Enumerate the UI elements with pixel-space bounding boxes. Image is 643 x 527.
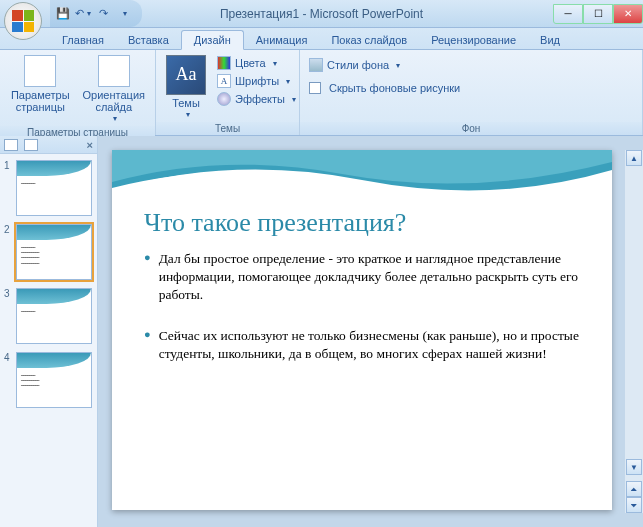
close-button[interactable]: ✕ [613, 4, 643, 24]
themes-label: Темы [172, 97, 200, 109]
quick-access-toolbar: 💾 ↶ ↷ [50, 0, 142, 27]
checkbox-icon [309, 82, 321, 94]
tab-insert[interactable]: Вставка [116, 31, 181, 49]
ribbon: Параметры страницы Ориентация слайда Пар… [0, 50, 643, 136]
bg-styles-icon [309, 58, 323, 72]
office-button[interactable] [4, 2, 42, 40]
slide-body[interactable]: Дал бы простое определение - это краткое… [144, 250, 588, 385]
effects-icon [217, 92, 231, 106]
thumb-item[interactable]: 3 ━━━━━━━ [4, 288, 93, 344]
tab-design[interactable]: Дизайн [181, 30, 244, 50]
qat-customize-button[interactable] [114, 5, 132, 23]
next-slide-button[interactable]: ⏷ [626, 497, 642, 513]
thumb-number: 4 [4, 352, 12, 408]
title-bar: 💾 ↶ ↷ Презентация1 - Microsoft PowerPoin… [0, 0, 643, 28]
orientation-label: Ориентация слайда [83, 89, 145, 113]
bullet-item[interactable]: Сейчас их используют не только бизнесмен… [144, 327, 588, 363]
group-themes: Aa Темы Цвета AШрифты Эффекты Темы [156, 50, 300, 135]
thumb-number: 3 [4, 288, 12, 344]
office-logo-icon [12, 10, 34, 32]
maximize-button[interactable]: ☐ [583, 4, 613, 24]
slide-thumbnail-2[interactable]: ━━━━━━━━━━━━━━━━━━━━━━━━━━━━━━━━━━ [16, 224, 92, 280]
thumbs-header: × [0, 136, 97, 154]
vertical-scrollbar[interactable]: ▲ ▼ ⏶ ⏷ [625, 150, 643, 513]
outline-tab-icon[interactable] [24, 139, 38, 151]
orientation-icon [98, 55, 130, 87]
thumbs-list[interactable]: 1 ━━━━━━━ 2 ━━━━━━━━━━━━━━━━━━━━━━━━━━━━… [0, 154, 97, 527]
slide-orientation-button[interactable]: Ориентация слайда [79, 53, 149, 126]
tab-animation[interactable]: Анимация [244, 31, 320, 49]
themes-button[interactable]: Aa Темы [162, 53, 210, 122]
scroll-up-button[interactable]: ▲ [626, 150, 642, 166]
tab-slideshow[interactable]: Показ слайдов [319, 31, 419, 49]
thumbs-close-button[interactable]: × [87, 139, 93, 151]
bg-styles-label: Стили фона [327, 59, 389, 71]
prev-slide-button[interactable]: ⏶ [626, 481, 642, 497]
minimize-button[interactable]: ─ [553, 4, 583, 24]
background-styles-button[interactable]: Стили фона [306, 57, 403, 73]
thumb-item[interactable]: 4 ━━━━━━━━━━━━━━━━━━━━━━━━━ [4, 352, 93, 408]
scroll-down-button[interactable]: ▼ [626, 459, 642, 475]
effects-label: Эффекты [235, 93, 285, 105]
thumb-item[interactable]: 2 ━━━━━━━━━━━━━━━━━━━━━━━━━━━━━━━━━━ [4, 224, 93, 280]
fonts-label: Шрифты [235, 75, 279, 87]
slide-title[interactable]: Что такое презентация? [144, 208, 406, 238]
themes-icon: Aa [166, 55, 206, 95]
fonts-icon: A [217, 74, 231, 88]
hide-bg-label: Скрыть фоновые рисунки [329, 82, 460, 94]
bullet-item[interactable]: Дал бы простое определение - это краткое… [144, 250, 588, 305]
fonts-button[interactable]: AШрифты [214, 73, 299, 89]
thumb-number: 1 [4, 160, 12, 216]
slide-editor-area[interactable]: Что такое презентация? Дал бы простое оп… [98, 136, 643, 527]
tab-review[interactable]: Рецензирование [419, 31, 528, 49]
slide-thumbnail-4[interactable]: ━━━━━━━━━━━━━━━━━━━━━━━━━ [16, 352, 92, 408]
colors-button[interactable]: Цвета [214, 55, 299, 71]
slide-thumbnail-1[interactable]: ━━━━━━━ [16, 160, 92, 216]
save-button[interactable]: 💾 [54, 5, 72, 23]
slides-tab-icon[interactable] [4, 139, 18, 151]
page-setup-label: Параметры страницы [10, 89, 71, 113]
current-slide[interactable]: Что такое презентация? Дал бы простое оп… [112, 150, 612, 510]
undo-button[interactable]: ↶ [74, 5, 92, 23]
workspace: × 1 ━━━━━━━ 2 ━━━━━━━━━━━━━━━━━━━━━━━━━━… [0, 136, 643, 527]
page-setup-button[interactable]: Параметры страницы [6, 53, 75, 115]
bullet-text: Дал бы простое определение - это краткое… [159, 250, 588, 305]
thumb-item[interactable]: 1 ━━━━━━━ [4, 160, 93, 216]
slide-thumbnail-3[interactable]: ━━━━━━━ [16, 288, 92, 344]
tab-home[interactable]: Главная [50, 31, 116, 49]
redo-button[interactable]: ↷ [94, 5, 112, 23]
colors-icon [217, 56, 231, 70]
effects-button[interactable]: Эффекты [214, 91, 299, 107]
slide-thumbnails-pane: × 1 ━━━━━━━ 2 ━━━━━━━━━━━━━━━━━━━━━━━━━━… [0, 136, 98, 527]
thumb-number: 2 [4, 224, 12, 280]
group-bg-label: Фон [300, 122, 642, 135]
hide-bg-checkbox[interactable]: Скрыть фоновые рисунки [306, 81, 463, 95]
colors-label: Цвета [235, 57, 266, 69]
page-setup-icon [24, 55, 56, 87]
group-themes-label: Темы [156, 122, 299, 135]
ribbon-tabs: Главная Вставка Дизайн Анимация Показ сл… [0, 28, 643, 50]
bullet-text: Сейчас их используют не только бизнесмен… [159, 327, 588, 363]
group-background: Стили фона Скрыть фоновые рисунки Фон [300, 50, 643, 135]
group-page-setup: Параметры страницы Ориентация слайда Пар… [0, 50, 156, 135]
window-controls: ─ ☐ ✕ [553, 4, 643, 24]
slide-wave-decoration [112, 150, 612, 206]
tab-view[interactable]: Вид [528, 31, 572, 49]
